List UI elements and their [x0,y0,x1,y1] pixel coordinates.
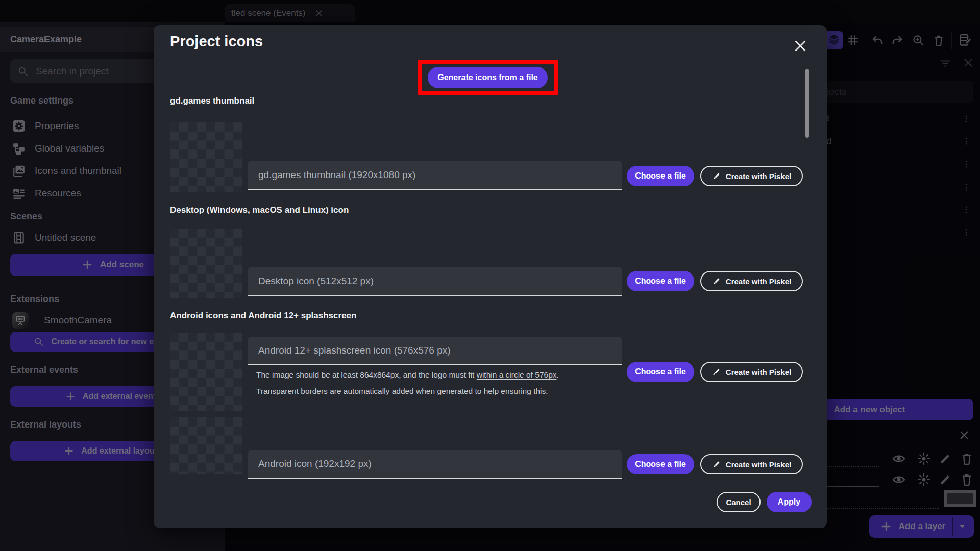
circle-link[interactable]: within a circle of 576px [477,370,557,379]
choose-file-button[interactable]: Choose a file [627,454,694,474]
brush-icon [712,460,721,469]
section-heading: gd.games thumbnail [170,96,254,106]
android-icon-input[interactable] [248,450,622,479]
choose-file-button[interactable]: Choose a file [627,271,694,291]
brush-icon [712,277,721,286]
thumbnail-preview [170,122,242,192]
create-with-piskel-button[interactable]: Create with Piskel [700,454,803,474]
brush-icon [712,368,721,377]
choose-file-button[interactable]: Choose a file [627,362,694,382]
generate-icons-button[interactable]: Generate icons from a file [428,67,548,88]
dialog-scrollbar[interactable] [805,69,809,138]
section-heading: Android icons and Android 12+ splashscre… [170,311,356,321]
project-icons-dialog: Project icons Generate icons from a file… [154,25,827,528]
apply-button[interactable]: Apply [767,492,812,512]
section-heading: Desktop (Windows, macOS and Linux) icon [170,205,349,215]
cancel-button[interactable]: Cancel [717,492,761,512]
splashscreen-icon-input[interactable] [248,337,622,365]
thumbnail-preview [170,333,242,411]
brush-icon [712,172,721,181]
helper-text: The image should be at least 864x864px, … [256,371,559,379]
create-with-piskel-button[interactable]: Create with Piskel [700,362,803,382]
thumbnail-preview [170,417,242,474]
thumbnail-preview [170,229,242,298]
dialog-close-icon[interactable] [793,38,808,54]
desktop-icon-input[interactable] [248,267,622,296]
choose-file-button[interactable]: Choose a file [627,166,694,186]
create-with-piskel-button[interactable]: Create with Piskel [700,271,803,291]
thumbnail-path-input[interactable] [248,161,622,190]
dialog-title: Project icons [170,33,263,50]
gdevelop-window: tled scene (Events) CameraExample Game s… [0,0,980,551]
helper-text: Transparent borders are automatically ad… [256,387,548,395]
create-with-piskel-button[interactable]: Create with Piskel [700,166,803,186]
